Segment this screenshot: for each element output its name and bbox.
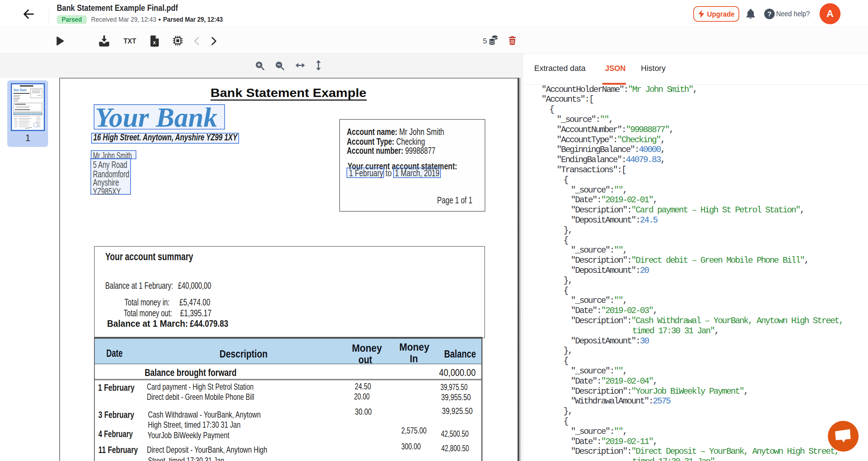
svg-text:x: x (153, 39, 156, 45)
